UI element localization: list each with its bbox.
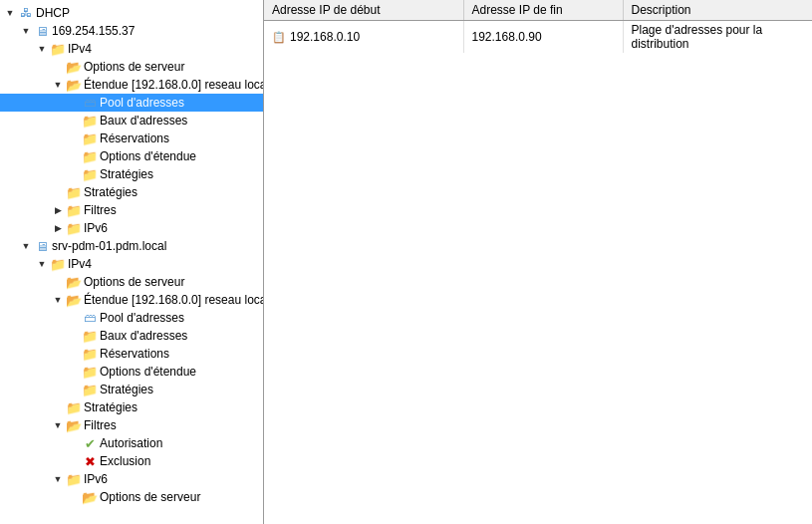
tree-root-dhcp[interactable]: ▼ 🖧 DHCP	[0, 4, 263, 22]
col-ip-start[interactable]: Adresse IP de début	[264, 0, 463, 21]
exclusion-icon: ✖	[82, 453, 98, 469]
tree-options-serveur-1[interactable]: ▶ 📂 Options de serveur	[0, 58, 263, 76]
tree-strategies-2[interactable]: ▶ 📁 Stratégies	[0, 381, 263, 398]
filtres-2-icon: 📂	[66, 417, 82, 433]
pool-2-icon: 🗃	[82, 310, 98, 326]
tree-options-serveur-2[interactable]: ▶ 📂 Options de serveur	[0, 273, 263, 291]
ipv6-1-expander: ▶	[50, 220, 66, 236]
filtres-1-icon: 📁	[66, 202, 82, 218]
address-table: Adresse IP de début Adresse IP de fin De…	[264, 0, 812, 53]
reservations-2-label: Réservations	[100, 347, 169, 361]
tree-reservations-2[interactable]: ▶ 📁 Réservations	[0, 345, 263, 363]
tree-ipv6-1[interactable]: ▶ 📁 IPv6	[0, 219, 263, 237]
tree-server2[interactable]: ▼ 🖥 srv-pdm-01.pdm.local	[0, 237, 263, 255]
options-serveur-1-label: Options de serveur	[84, 60, 184, 74]
etendue-2-icon: 📂	[66, 292, 82, 308]
options-serveur-2b-icon: 📂	[82, 489, 98, 505]
options-serveur-2b-label: Options de serveur	[100, 490, 200, 504]
strategies-2b-label: Stratégies	[84, 400, 137, 414]
strategies-1b-label: Stratégies	[84, 185, 137, 199]
tree-etendue-2[interactable]: ▼ 📂 Étendue [192.168.0.0] reseau local	[0, 291, 263, 309]
tree-baux-2[interactable]: ▶ 📁 Baux d'adresses	[0, 327, 263, 345]
tree-options-serveur-2b[interactable]: ▶ 📂 Options de serveur	[0, 488, 263, 506]
etendue-2-label: Étendue [192.168.0.0] reseau local	[84, 293, 264, 307]
autorisation-icon: ✔	[82, 435, 98, 451]
reservations-1-label: Réservations	[100, 131, 169, 145]
options-serveur-2-icon: 📂	[66, 274, 82, 290]
server1-label: 169.254.155.37	[52, 24, 135, 38]
tree-ipv6-2[interactable]: ▼ 📁 IPv6	[0, 470, 263, 488]
tree-panel: ▼ 🖧 DHCP ▼ 🖥 169.254.155.37 ▼ 📁 IPv4 ▶ 📂…	[0, 0, 264, 524]
tree-pool-2[interactable]: ▶ 🗃 Pool d'adresses	[0, 309, 263, 327]
strategies-2b-icon: 📁	[66, 399, 82, 415]
tree-ipv4-2[interactable]: ▼ 📁 IPv4	[0, 255, 263, 273]
etendue-1-expander: ▼	[50, 77, 66, 93]
ipv6-2-icon: 📁	[66, 471, 82, 487]
dhcp-tree: ▼ 🖧 DHCP ▼ 🖥 169.254.155.37 ▼ 📁 IPv4 ▶ 📂…	[0, 0, 263, 510]
filtres-1-expander: ▶	[50, 202, 66, 218]
reservations-1-icon: 📁	[82, 131, 98, 146]
cell-ip-start: 📋192.168.0.10	[264, 21, 463, 54]
tree-filtres-1[interactable]: ▶ 📁 Filtres	[0, 201, 263, 219]
tree-strategies-1[interactable]: ▶ 📁 Stratégies	[0, 165, 263, 183]
baux-2-label: Baux d'adresses	[100, 329, 187, 343]
baux-2-icon: 📁	[82, 328, 98, 344]
tree-pool-1[interactable]: ▶ 🗃 Pool d'adresses	[0, 94, 263, 112]
detail-panel: Adresse IP de début Adresse IP de fin De…	[264, 0, 812, 524]
row-icon: 📋	[272, 31, 286, 44]
ipv4-2-icon: 📁	[50, 256, 66, 272]
options-serveur-2-label: Options de serveur	[84, 275, 184, 289]
cell-ip-end: 192.168.0.90	[463, 21, 623, 54]
filtres-1-label: Filtres	[84, 203, 117, 217]
etendue-1-icon: 📂	[66, 77, 82, 93]
tree-baux-1[interactable]: ▶ 📁 Baux d'adresses	[0, 112, 263, 130]
etendue-1-label: Étendue [192.168.0.0] reseau local	[84, 78, 264, 92]
pool-1-label: Pool d'adresses	[100, 96, 184, 110]
filtres-2-expander: ▼	[50, 417, 66, 433]
options-etendue-2-icon: 📁	[82, 364, 98, 380]
baux-1-icon: 📁	[82, 113, 98, 129]
server2-expander: ▼	[18, 238, 34, 254]
col-ip-end[interactable]: Adresse IP de fin	[463, 0, 623, 21]
col-description[interactable]: Description	[623, 0, 812, 21]
tree-options-etendue-2[interactable]: ▶ 📁 Options d'étendue	[0, 363, 263, 381]
reservations-2-icon: 📁	[82, 346, 98, 362]
tree-ipv4-1[interactable]: ▼ 📁 IPv4	[0, 40, 263, 58]
tree-server1[interactable]: ▼ 🖥 169.254.155.37	[0, 22, 263, 40]
cell-description: Plage d'adresses pour la distribution	[623, 21, 812, 54]
tree-etendue-1[interactable]: ▼ 📂 Étendue [192.168.0.0] reseau local	[0, 76, 263, 94]
ipv6-1-label: IPv6	[84, 221, 108, 235]
tree-options-etendue-1[interactable]: ▶ 📁 Options d'étendue	[0, 147, 263, 165]
strategies-1-label: Stratégies	[100, 167, 153, 181]
root-label: DHCP	[36, 6, 70, 20]
tree-strategies-1b[interactable]: ▶ 📁 Stratégies	[0, 183, 263, 201]
strategies-1-icon: 📁	[82, 166, 98, 182]
options-etendue-2-label: Options d'étendue	[100, 365, 196, 379]
tree-strategies-2b[interactable]: ▶ 📁 Stratégies	[0, 398, 263, 416]
filtres-2-label: Filtres	[84, 418, 117, 432]
pool-2-label: Pool d'adresses	[100, 311, 184, 325]
dhcp-icon: 🖧	[18, 5, 34, 21]
server2-label: srv-pdm-01.pdm.local	[52, 239, 166, 253]
tree-exclusion[interactable]: ▶ ✖ Exclusion	[0, 452, 263, 470]
options-etendue-1-icon: 📁	[82, 148, 98, 164]
pool-1-icon: 🗃	[82, 95, 98, 111]
baux-1-label: Baux d'adresses	[100, 114, 187, 128]
autorisation-label: Autorisation	[100, 436, 162, 450]
ipv6-2-expander: ▼	[50, 471, 66, 487]
root-expander: ▼	[2, 5, 18, 21]
ipv4-2-label: IPv4	[68, 257, 92, 271]
tree-filtres-2[interactable]: ▼ 📂 Filtres	[0, 416, 263, 434]
strategies-2-label: Stratégies	[100, 383, 153, 396]
tree-reservations-1[interactable]: ▶ 📁 Réservations	[0, 130, 263, 147]
options-serveur-1-icon: 📂	[66, 59, 82, 75]
server1-icon: 🖥	[34, 23, 50, 39]
table-row[interactable]: 📋192.168.0.10 192.168.0.90 Plage d'adres…	[264, 21, 812, 54]
ipv4-1-label: IPv4	[68, 42, 92, 56]
strategies-2-icon: 📁	[82, 382, 98, 397]
tree-autorisation[interactable]: ▶ ✔ Autorisation	[0, 434, 263, 452]
strategies-1b-icon: 📁	[66, 184, 82, 200]
server1-expander: ▼	[18, 23, 34, 39]
ipv4-2-expander: ▼	[34, 256, 50, 272]
server2-icon: 🖥	[34, 238, 50, 254]
